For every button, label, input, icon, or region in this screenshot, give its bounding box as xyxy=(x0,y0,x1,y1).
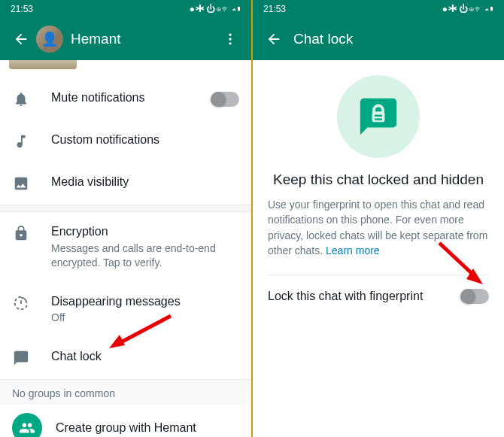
encryption-label: Encryption xyxy=(51,224,239,240)
arrow-left-icon xyxy=(266,31,282,47)
header: Chat lock xyxy=(253,18,504,60)
mute-notifications-row[interactable]: Mute notifications xyxy=(0,78,251,120)
svg-point-1 xyxy=(229,38,231,40)
create-group-label: Create group with Hemant xyxy=(56,421,196,435)
chat-lock-label: Chat lock xyxy=(51,349,239,365)
image-icon xyxy=(12,174,30,193)
status-bar: 21:53 ● ✱ ⏻ ⊚ ᯤ ▴ ▮ xyxy=(253,0,504,18)
chat-lock-screen: 21:53 ● ✱ ⏻ ⊚ ᯤ ▴ ▮ Chat lock Keep this … xyxy=(253,0,504,437)
status-time: 21:53 xyxy=(263,4,286,14)
contact-name: Hemant xyxy=(71,31,215,47)
svg-rect-4 xyxy=(375,115,382,117)
timer-icon xyxy=(12,294,30,312)
learn-more-link[interactable]: Learn more xyxy=(326,244,380,256)
profile-photo-strip xyxy=(9,60,77,69)
media-label: Media visibility xyxy=(51,174,239,190)
status-time: 21:53 xyxy=(11,4,33,14)
media-visibility-row[interactable]: Media visibility xyxy=(0,162,251,205)
more-vertical-icon xyxy=(223,32,238,47)
lock-fingerprint-label: Lock this chat with fingerprint xyxy=(268,290,423,303)
back-button[interactable] xyxy=(6,24,36,54)
encryption-row[interactable]: Encryption Messages and calls are end-to… xyxy=(0,212,251,282)
mute-label: Mute notifications xyxy=(51,90,212,106)
disappearing-sublabel: Off xyxy=(51,311,239,325)
status-bar: 21:53 ● ✱ ⏻ ⊚ ᯤ ▴ ▮ xyxy=(0,0,251,18)
svg-point-2 xyxy=(229,42,231,44)
header: 👤 Hemant xyxy=(0,18,251,60)
screen-title: Chat lock xyxy=(293,31,498,47)
custom-notifications-row[interactable]: Custom notifications xyxy=(0,120,251,162)
lock-fingerprint-toggle[interactable] xyxy=(462,289,489,304)
status-icons: ● ✱ ⏻ ⊚ ᯤ ▴ ▮ xyxy=(190,4,241,14)
svg-rect-5 xyxy=(375,118,382,120)
avatar[interactable]: 👤 xyxy=(36,26,63,53)
contact-info-screen: 21:53 ● ✱ ⏻ ⊚ ᯤ ▴ ▮ 👤 Hemant Mute notifi… xyxy=(0,0,251,437)
back-button[interactable] xyxy=(259,24,289,54)
encryption-sublabel: Messages and calls are end-to-end encryp… xyxy=(51,241,239,270)
more-menu-button[interactable] xyxy=(215,24,245,54)
chat-lock-heading: Keep this chat locked and hidden xyxy=(268,171,489,188)
mute-toggle[interactable] xyxy=(212,92,239,107)
custom-label: Custom notifications xyxy=(51,132,239,148)
group-icon-circle xyxy=(12,413,42,437)
chat-lock-description: Use your fingerprint to open this chat a… xyxy=(268,197,489,258)
no-groups-label: No groups in common xyxy=(0,379,251,404)
chat-lock-icon xyxy=(12,349,30,367)
arrow-left-icon xyxy=(13,31,29,47)
bell-icon xyxy=(12,90,30,108)
create-group-row[interactable]: Create group with Hemant xyxy=(0,404,251,437)
group-icon xyxy=(19,420,35,436)
chat-lock-large-icon xyxy=(357,95,400,138)
chat-lock-row[interactable]: Chat lock xyxy=(0,337,251,379)
music-note-icon xyxy=(12,132,30,150)
status-icons: ● ✱ ⏻ ⊚ ᯤ ▴ ▮ xyxy=(442,4,493,14)
svg-point-0 xyxy=(229,34,231,36)
lock-fingerprint-row[interactable]: Lock this chat with fingerprint xyxy=(268,275,489,317)
lock-icon xyxy=(12,224,30,242)
disappearing-messages-row[interactable]: Disappearing messages Off xyxy=(0,282,251,338)
disappearing-label: Disappearing messages xyxy=(51,294,239,310)
lock-illustration xyxy=(337,75,420,158)
